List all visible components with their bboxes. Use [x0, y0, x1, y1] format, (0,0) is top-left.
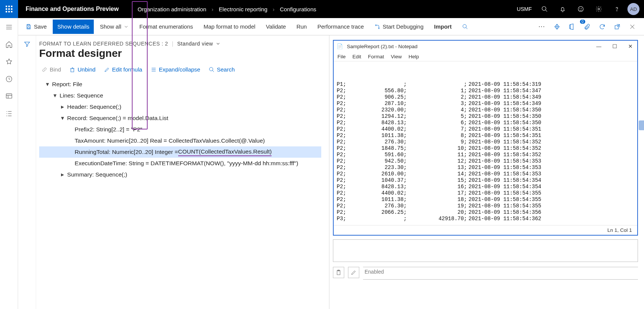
tree-node-runningtotal[interactable]: RunningTotal: Numeric[20..20] Integer = …: [39, 146, 321, 158]
maximize-icon[interactable]: ☐: [611, 43, 618, 49]
tree-node-report[interactable]: ▾ Report: File: [39, 79, 321, 90]
format-enumerations-button[interactable]: Format enumerations: [135, 20, 198, 33]
crumb-1[interactable]: Organization administration: [137, 6, 206, 12]
validate-button[interactable]: Validate: [261, 20, 290, 33]
svg-point-31: [375, 24, 377, 26]
svg-point-11: [578, 6, 583, 12]
search-button[interactable]: Search: [209, 66, 235, 73]
refresh-icon[interactable]: [597, 21, 608, 32]
svg-rect-3: [6, 8, 7, 10]
svg-point-14: [598, 8, 600, 10]
filter-column: [18, 35, 36, 309]
menu-icon[interactable]: [5, 23, 14, 32]
run-button[interactable]: Run: [292, 20, 311, 33]
office-icon[interactable]: [566, 21, 578, 32]
svg-point-32: [378, 27, 380, 29]
save-button[interactable]: Save: [21, 20, 51, 33]
show-details-button[interactable]: Show details: [53, 20, 94, 34]
popout-icon[interactable]: [612, 21, 623, 32]
notepad-body[interactable]: P1;;;2021-08-09 11:58:54:319P2;556.80;1;…: [334, 61, 637, 225]
svg-point-33: [463, 24, 466, 28]
bell-icon[interactable]: [555, 0, 570, 18]
notepad-window: 📄 SampleReport (2).txt - Notepad — ☐ ✕ F…: [333, 40, 638, 236]
svg-point-12: [580, 8, 580, 9]
crumb-2[interactable]: Electronic reporting: [219, 6, 267, 12]
svg-point-42: [209, 67, 213, 71]
minimize-icon[interactable]: —: [595, 44, 603, 49]
tree-node-taxamount[interactable]: TaxAmount: Numeric[20..20] Real = Collec…: [39, 135, 321, 146]
svg-line-43: [212, 70, 214, 72]
filter-icon[interactable]: [24, 41, 31, 309]
collapse-icon[interactable]: ▾: [44, 81, 50, 88]
svg-rect-6: [6, 11, 7, 12]
modules-icon[interactable]: [5, 109, 14, 118]
expand-icon[interactable]: ▸: [60, 104, 66, 110]
svg-point-9: [542, 6, 546, 11]
tree-node-summary[interactable]: ▸ Summary: Sequence(;): [39, 169, 321, 180]
svg-rect-29: [27, 24, 29, 26]
show-all-button[interactable]: Show all: [95, 20, 133, 33]
gear-icon[interactable]: [591, 0, 606, 18]
chevron-right-icon: ›: [212, 6, 214, 12]
svg-rect-2: [11, 6, 12, 7]
more-icon[interactable]: ···: [536, 21, 548, 32]
home-icon[interactable]: [5, 40, 14, 49]
notepad-titlebar[interactable]: 📄 SampleReport (2).txt - Notepad — ☐ ✕: [334, 41, 637, 52]
import-button[interactable]: Import: [430, 20, 456, 33]
workspace-icon[interactable]: [5, 92, 14, 101]
actionbar-right: ··· 0: [536, 21, 641, 32]
attachments-icon[interactable]: 0: [581, 21, 593, 32]
map-format-button[interactable]: Map format to model: [199, 20, 260, 33]
recent-icon[interactable]: [5, 75, 14, 84]
diamond-icon[interactable]: [551, 21, 563, 32]
bind-button[interactable]: Bind: [41, 66, 61, 73]
page-breadcrumb-text: FORMAT TO LEARN DEFERRED SEQUENCES : 2: [39, 41, 168, 47]
side-tab[interactable]: [639, 120, 644, 130]
avatar[interactable]: AD: [627, 3, 639, 15]
unbind-button[interactable]: Unbind: [69, 66, 96, 73]
collapse-icon[interactable]: ▾: [60, 115, 66, 122]
menu-view[interactable]: View: [391, 54, 402, 59]
company-label[interactable]: USMF: [517, 6, 532, 12]
toolbar: Bind Unbind Edit formula Expand/collapse…: [39, 66, 321, 73]
menu-help[interactable]: Help: [409, 54, 419, 59]
menu-edit[interactable]: Edit: [353, 54, 361, 59]
tree-node-record[interactable]: ▾ Record: Sequence(;) = model.Data.List: [39, 113, 321, 124]
menu-format[interactable]: Format: [368, 54, 384, 59]
expand-collapse-button[interactable]: Expand/collapse: [151, 66, 200, 73]
svg-rect-0: [6, 6, 7, 7]
expand-icon[interactable]: ▸: [60, 171, 66, 178]
tree-node-executiondatetime[interactable]: ExecutionDateTime: String = DATETIMEFORM…: [39, 158, 321, 169]
text-area[interactable]: [333, 239, 638, 262]
smile-icon[interactable]: [573, 0, 588, 18]
svg-rect-30: [27, 27, 29, 28]
crumb-3[interactable]: Configurations: [280, 6, 316, 12]
right-pane: 📄 SampleReport (2).txt - Notepad — ☐ ✕ F…: [330, 35, 644, 309]
page-breadcrumb: FORMAT TO LEARN DEFERRED SEQUENCES : 2 |…: [39, 41, 321, 47]
enabled-field[interactable]: Enabled: [363, 267, 638, 278]
svg-line-34: [466, 27, 467, 29]
notepad-status: Ln 1, Col 1: [334, 225, 637, 235]
edit-formula-button[interactable]: Edit formula: [104, 66, 142, 73]
tree-node-header[interactable]: ▸ Header: Sequence(;): [39, 101, 321, 113]
close-icon[interactable]: [627, 21, 638, 32]
edit-icon[interactable]: [348, 267, 359, 278]
find-button[interactable]: [458, 20, 473, 33]
help-icon[interactable]: [609, 0, 624, 18]
search-icon[interactable]: [537, 0, 552, 18]
performance-trace-button[interactable]: Performance trace: [313, 20, 368, 33]
svg-rect-5: [11, 8, 12, 10]
star-icon[interactable]: [5, 57, 14, 66]
collapse-icon[interactable]: ▾: [52, 92, 58, 99]
clipboard-icon[interactable]: [333, 267, 344, 278]
start-debugging-button[interactable]: Start Debugging: [370, 20, 428, 33]
notepad-menu: File Edit Format View Help: [334, 52, 637, 61]
tree-node-lines[interactable]: ▾ Lines: Sequence: [39, 90, 321, 101]
tree-node-prefix[interactable]: Prefix2: String[2..2] = "P2": [39, 124, 321, 135]
close-icon[interactable]: ✕: [627, 43, 634, 49]
app-launcher-icon[interactable]: [0, 0, 18, 18]
view-selector[interactable]: Standard view: [177, 41, 221, 47]
svg-rect-1: [8, 6, 10, 7]
format-tree: ▾ Report: File ▾ Lines: Sequence ▸ Heade…: [39, 79, 321, 180]
menu-file[interactable]: File: [337, 54, 346, 59]
